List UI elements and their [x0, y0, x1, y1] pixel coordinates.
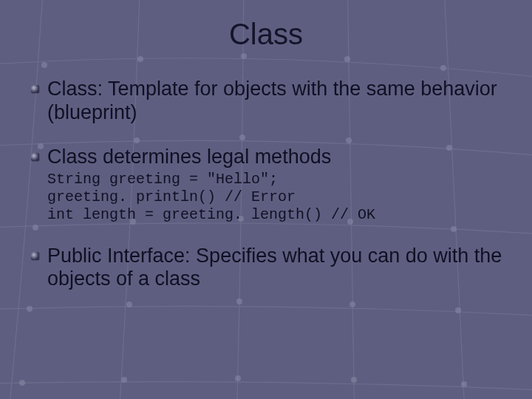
- svg-point-23: [351, 377, 357, 383]
- svg-point-17: [236, 299, 242, 304]
- bullet-text: Class determines legal methods: [47, 146, 331, 168]
- bullet-item: Class: Template for objects with the sam…: [30, 78, 502, 125]
- svg-point-22: [235, 375, 241, 381]
- slide-content: Class Class: Template for objects with t…: [0, 0, 532, 291]
- slide-title: Class: [30, 18, 502, 51]
- svg-point-21: [121, 377, 127, 383]
- code-line: int length = greeting. length() // OK: [47, 206, 375, 223]
- svg-point-20: [19, 380, 25, 386]
- svg-point-18: [349, 301, 355, 307]
- bullet-item: Class determines legal methods String gr…: [30, 146, 502, 224]
- bullet-list: Class: Template for objects with the sam…: [30, 78, 502, 291]
- code-block: String greeting = "Hello"; greeting. pri…: [47, 171, 502, 224]
- svg-point-24: [461, 381, 467, 387]
- code-line: greeting. println() // Error: [47, 188, 296, 205]
- svg-point-19: [455, 307, 461, 313]
- svg-point-16: [126, 301, 132, 307]
- bullet-text: Class: Template for objects with the sam…: [47, 78, 497, 123]
- svg-point-15: [27, 306, 33, 312]
- bullet-text: Public Interface: Specifies what you can…: [47, 245, 502, 290]
- bullet-item: Public Interface: Specifies what you can…: [30, 245, 502, 292]
- code-line: String greeting = "Hello";: [47, 171, 278, 188]
